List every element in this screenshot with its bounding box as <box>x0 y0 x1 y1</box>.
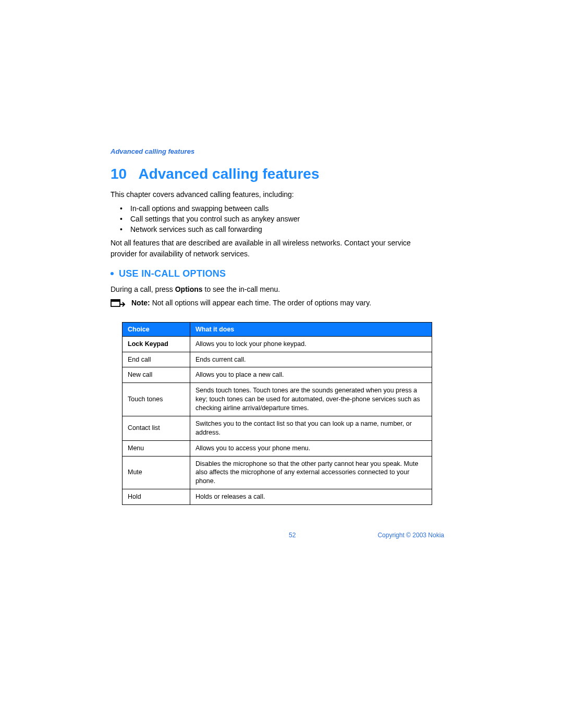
chapter-title-text: Advanced calling features <box>138 166 319 182</box>
running-header: Advanced calling features <box>111 147 434 155</box>
bullet-icon <box>111 272 114 275</box>
table-cell-choice: Contact list <box>123 416 190 440</box>
note-row: Note: Not all options will appear each t… <box>111 298 434 310</box>
table-row: Contact listSwitches you to the contact … <box>123 416 432 440</box>
during-call-suffix: to see the in-call menu. <box>203 285 280 293</box>
copyright-text: Copyright © 2003 Nokia <box>377 532 444 539</box>
list-item: Call settings that you control such as a… <box>111 214 434 224</box>
note-icon <box>111 298 131 310</box>
list-item: Network services such as call forwarding <box>111 224 434 235</box>
table-cell-choice: Menu <box>123 440 190 456</box>
table-cell-choice: Hold <box>123 489 190 505</box>
note-text: Note: Not all options will appear each t… <box>131 298 434 309</box>
table-row: MuteDisables the microphone so that the … <box>123 456 432 489</box>
table-cell-desc: Disables the microphone so that the othe… <box>190 456 432 489</box>
table-row: HoldHolds or releases a call. <box>123 489 432 505</box>
page-number: 52 <box>289 532 296 539</box>
table-body: Lock KeypadAllows you to lock your phone… <box>123 336 432 504</box>
during-call-text: During a call, press Options to see the … <box>111 285 434 295</box>
table-cell-desc: Switches you to the contact list so that… <box>190 416 432 440</box>
intro-bullet-list: In-call options and swapping between cal… <box>111 203 434 235</box>
intro-paragraph: Not all features that are described are … <box>111 238 434 259</box>
table-row: End callEnds current call. <box>123 352 432 367</box>
list-item: In-call options and swapping between cal… <box>111 203 434 214</box>
table-row: MenuAllows you to access your phone menu… <box>123 440 432 456</box>
note-label: Note: <box>131 299 150 307</box>
chapter-title: 10 Advanced calling features <box>111 166 434 182</box>
table-cell-choice: Lock Keypad <box>123 336 190 352</box>
document-page: Advanced calling features 10 Advanced ca… <box>111 147 434 505</box>
table-cell-choice: Touch tones <box>123 383 190 416</box>
section-heading: USE IN-CALL OPTIONS <box>111 268 434 279</box>
table-cell-desc: Ends current call. <box>190 352 432 367</box>
table-cell-choice: New call <box>123 367 190 383</box>
table-cell-choice: Mute <box>123 456 190 489</box>
during-call-prefix: During a call, press <box>111 285 175 293</box>
svg-rect-1 <box>111 300 120 302</box>
table-header-row: Choice What it does <box>123 322 432 336</box>
section-heading-text: USE IN-CALL OPTIONS <box>119 268 226 279</box>
table-cell-desc: Allows you to access your phone menu. <box>190 440 432 456</box>
table-cell-desc: Allows you to place a new call. <box>190 367 432 383</box>
chapter-number: 10 <box>111 166 127 182</box>
options-table: Choice What it does Lock KeypadAllows yo… <box>122 322 432 505</box>
note-body: Not all options will appear each time. T… <box>150 299 371 307</box>
intro-text: This chapter covers advanced calling fea… <box>111 190 434 200</box>
table-row: Touch tonesSends touch tones. Touch tone… <box>123 383 432 416</box>
table-row: Lock KeypadAllows you to lock your phone… <box>123 336 432 352</box>
table-cell-desc: Sends touch tones. Touch tones are the s… <box>190 383 432 416</box>
table-cell-desc: Holds or releases a call. <box>190 489 432 505</box>
table-header-desc: What it does <box>190 322 432 336</box>
table-row: New callAllows you to place a new call. <box>123 367 432 383</box>
table-cell-choice: End call <box>123 352 190 367</box>
table-cell-desc: Allows you to lock your phone keypad. <box>190 336 432 352</box>
table-header-choice: Choice <box>123 322 190 336</box>
options-label: Options <box>175 285 203 293</box>
